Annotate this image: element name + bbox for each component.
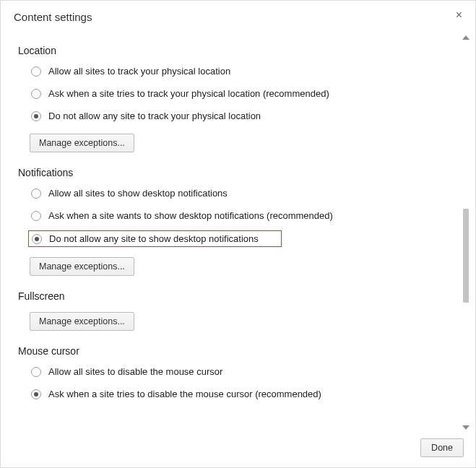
radio-icon	[31, 89, 41, 99]
scroll-area: Location Allow all sites to track your p…	[1, 27, 475, 431]
dialog-footer: Done	[1, 431, 475, 467]
radio-label: Allow all sites to disable the mouse cur…	[48, 366, 222, 377]
manage-exceptions-notifications-button[interactable]: Manage exceptions...	[30, 257, 134, 276]
section-title-location: Location	[18, 45, 451, 56]
radio-icon	[31, 389, 41, 399]
radio-icon	[32, 234, 42, 244]
manage-exceptions-fullscreen-button[interactable]: Manage exceptions...	[30, 312, 134, 331]
section-title-mouse: Mouse cursor	[18, 345, 451, 357]
radio-label: Do not allow any site to track your phys…	[48, 110, 261, 121]
close-icon[interactable]: ×	[456, 9, 462, 21]
radio-label: Ask when a site tries to track your phys…	[48, 88, 329, 99]
radio-notifications-block[interactable]: Do not allow any site to show desktop no…	[28, 230, 282, 247]
radio-location-block[interactable]: Do not allow any site to track your phys…	[31, 108, 451, 124]
scroll-thumb[interactable]	[463, 209, 469, 303]
radio-label: Allow all sites to show desktop notifica…	[48, 188, 228, 199]
dialog-title: Content settings	[14, 11, 92, 23]
radio-label: Ask when a site wants to show desktop no…	[48, 210, 333, 221]
radio-label: Allow all sites to track your physical l…	[48, 66, 230, 77]
radio-location-allow[interactable]: Allow all sites to track your physical l…	[31, 64, 451, 79]
radio-icon	[31, 111, 41, 121]
radio-icon	[31, 66, 41, 77]
done-button[interactable]: Done	[420, 438, 464, 457]
radio-label: Do not allow any site to show desktop no…	[49, 233, 259, 244]
radio-icon	[31, 188, 41, 199]
radio-notifications-ask[interactable]: Ask when a site wants to show desktop no…	[31, 208, 451, 223]
radio-label: Ask when a site tries to disable the mou…	[48, 389, 321, 399]
scroll-down-icon[interactable]	[462, 425, 469, 430]
manage-exceptions-location-button[interactable]: Manage exceptions...	[30, 134, 134, 152]
vertical-scrollbar[interactable]	[461, 35, 471, 430]
radio-mouse-allow[interactable]: Allow all sites to disable the mouse cur…	[31, 364, 451, 379]
content-settings-dialog: Content settings × Location Allow all si…	[1, 1, 475, 467]
scroll-up-icon[interactable]	[462, 35, 469, 40]
section-title-notifications: Notifications	[18, 167, 451, 178]
radio-location-ask[interactable]: Ask when a site tries to track your phys…	[31, 86, 451, 101]
section-title-fullscreen: Fullscreen	[18, 290, 451, 302]
radio-icon	[31, 211, 41, 221]
radio-mouse-ask[interactable]: Ask when a site tries to disable the mou…	[31, 386, 451, 402]
radio-icon	[31, 367, 41, 377]
dialog-header: Content settings ×	[1, 1, 475, 27]
radio-notifications-allow[interactable]: Allow all sites to show desktop notifica…	[31, 186, 451, 201]
